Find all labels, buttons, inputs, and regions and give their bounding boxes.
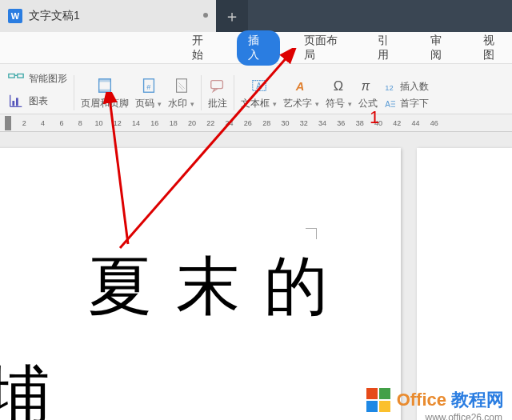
header-footer-icon: [95, 76, 114, 95]
svg-rect-20: [366, 388, 378, 399]
svg-rect-1: [18, 74, 23, 78]
document-tab[interactable]: W 文字文稿1: [0, 0, 216, 32]
dropcap-button[interactable]: A 首字下: [384, 97, 429, 110]
menu-bar: 开始 插入 页面布局 引用 审阅 视图: [0, 32, 512, 64]
dropcap-icon: A: [384, 98, 397, 110]
page-number-icon: #: [139, 76, 158, 95]
dropdown-icon: ▾: [158, 100, 162, 108]
ribbon-toolbar: 智能图形 图表 页眉和页脚 # 页码▾ 水印▾ 批注 A 文本框▾ A 艺术字▾…: [0, 64, 512, 114]
new-tab-button[interactable]: ＋: [216, 0, 248, 32]
page-number-button[interactable]: # 页码▾: [132, 76, 165, 110]
comment-icon: [208, 76, 227, 95]
menu-review[interactable]: 审阅: [422, 30, 459, 66]
svg-text:Ω: Ω: [333, 78, 342, 93]
smartart-icon: [6, 69, 26, 88]
menu-start[interactable]: 开始: [184, 30, 221, 66]
equation-button[interactable]: π 公式: [355, 76, 381, 110]
number-icon: 12: [384, 81, 397, 94]
smartart-button[interactable]: 智能图形: [6, 69, 67, 88]
dropdown-icon: ▾: [190, 100, 194, 108]
watermark-logo: Office教程网: [365, 386, 504, 414]
svg-rect-22: [366, 401, 378, 412]
svg-text:π: π: [362, 79, 370, 93]
svg-text:#: #: [146, 83, 151, 91]
svg-rect-21: [379, 388, 390, 399]
svg-rect-5: [99, 79, 111, 82]
tab-title: 文字文稿1: [29, 9, 80, 23]
menu-insert[interactable]: 插入: [237, 30, 280, 66]
horizontal-ruler[interactable]: 2468 10121416 18202224 26283032 34363840…: [0, 114, 512, 132]
svg-rect-3: [16, 98, 18, 106]
menu-layout[interactable]: 页面布局: [296, 30, 354, 66]
menu-ref[interactable]: 引用: [370, 30, 406, 66]
document-text-line2: 埔: [0, 353, 51, 420]
svg-text:12: 12: [385, 84, 393, 92]
word-doc-icon: W: [8, 9, 22, 23]
dropdown-icon: ▾: [315, 100, 319, 108]
menu-view[interactable]: 视图: [475, 30, 512, 66]
svg-text:A: A: [294, 80, 304, 93]
insert-number-button[interactable]: 12 插入数: [384, 80, 429, 94]
svg-rect-23: [379, 401, 390, 412]
symbol-button[interactable]: Ω 符号▾: [322, 76, 355, 110]
svg-rect-10: [211, 81, 223, 89]
svg-text:A: A: [256, 82, 262, 90]
wordart-button[interactable]: A 艺术字▾: [280, 76, 322, 110]
annotation-label-1: 1: [370, 107, 379, 128]
svg-rect-0: [9, 74, 14, 78]
dropdown-icon: ▾: [348, 100, 352, 108]
header-footer-button[interactable]: 页眉和页脚: [78, 76, 132, 110]
watermark-button[interactable]: 水印▾: [165, 76, 198, 110]
symbol-icon: Ω: [330, 76, 349, 95]
textbox-button[interactable]: A 文本框▾: [238, 76, 280, 110]
watermark-icon: [172, 76, 191, 95]
svg-rect-2: [12, 101, 14, 106]
dropdown-icon: ▾: [273, 100, 277, 108]
title-bar: W 文字文稿1 ＋: [0, 0, 512, 32]
margin-corner-icon: [306, 228, 317, 239]
office-logo-icon: [365, 386, 392, 414]
chart-icon: [6, 91, 26, 110]
wordart-icon: A: [292, 76, 311, 95]
tab-unsaved-dot: [203, 13, 208, 18]
document-workspace[interactable]: 夏末的 埔: [0, 132, 512, 420]
document-page-2[interactable]: [417, 148, 512, 420]
watermark-brand-1: Office: [397, 390, 446, 410]
chart-button[interactable]: 图表: [6, 91, 67, 110]
document-text-line1: 夏末的: [88, 244, 385, 330]
watermark-brand-2: 教程网: [451, 388, 504, 412]
comment-button[interactable]: 批注: [205, 76, 230, 110]
equation-icon: π: [358, 76, 378, 95]
svg-text:A: A: [385, 100, 390, 109]
svg-rect-6: [99, 90, 111, 93]
textbox-icon: A: [250, 76, 269, 95]
document-page-1[interactable]: 夏末的 埔: [0, 148, 401, 420]
